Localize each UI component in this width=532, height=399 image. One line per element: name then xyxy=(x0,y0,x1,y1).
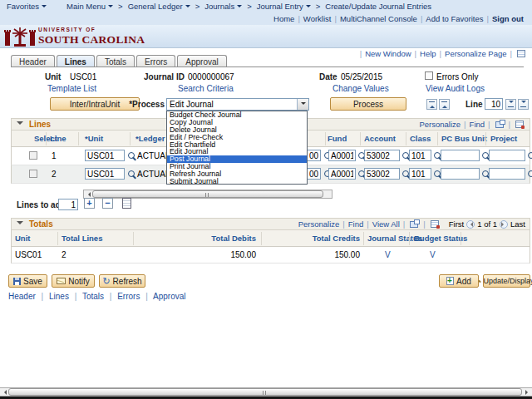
view-audit-logs-link[interactable]: View Audit Logs xyxy=(426,84,485,93)
change-values-link[interactable]: Change Values xyxy=(332,84,389,93)
fund-input[interactable] xyxy=(328,168,356,180)
scroll-left-icon[interactable] xyxy=(84,190,92,198)
zoom-grid-icon[interactable] xyxy=(495,121,504,128)
tab-totals[interactable]: Totals xyxy=(96,55,135,67)
lines-to-add-input[interactable] xyxy=(58,199,78,210)
last-label[interactable]: Last xyxy=(510,219,525,229)
project-lookup-icon[interactable] xyxy=(528,170,532,177)
row-select-checkbox[interactable] xyxy=(29,170,37,178)
find-link[interactable]: Find xyxy=(470,120,485,129)
bottom-of-list-icon[interactable] xyxy=(505,99,516,110)
first-label[interactable]: First xyxy=(449,219,464,229)
footer-lines-link[interactable]: Lines xyxy=(49,292,69,301)
personalize-page-link[interactable]: Personalize Page xyxy=(445,49,506,58)
line-number-input[interactable] xyxy=(485,98,503,110)
search-criteria-link[interactable]: Search Criteria xyxy=(178,84,234,93)
journal-status-link[interactable]: V xyxy=(385,250,391,259)
template-list-link[interactable]: Template List xyxy=(47,84,96,93)
help-link[interactable]: Help xyxy=(420,49,436,58)
add-button[interactable]: Add xyxy=(439,274,479,288)
add-to-favorites-link[interactable]: Add to Favorites xyxy=(426,14,483,23)
class-input[interactable] xyxy=(409,168,431,180)
find-link[interactable]: Find xyxy=(348,219,363,229)
notify-button[interactable]: Notify xyxy=(52,274,95,288)
project-input[interactable] xyxy=(489,150,525,161)
project-input[interactable] xyxy=(489,168,525,180)
dropdown-arrow-icon[interactable] xyxy=(297,99,308,110)
home-link[interactable]: Home xyxy=(273,14,294,23)
scroll-right-icon[interactable] xyxy=(524,388,532,396)
tab-divider xyxy=(11,66,524,67)
fund-input[interactable] xyxy=(328,150,356,161)
add-row-button[interactable]: + xyxy=(84,198,95,209)
download-to-excel-icon[interactable] xyxy=(431,220,439,228)
unit-input[interactable] xyxy=(85,168,125,180)
pc-bus-unit-input[interactable] xyxy=(441,168,480,180)
tab-header[interactable]: Header xyxy=(11,55,55,67)
multichannel-console-link[interactable]: MultiChannel Console xyxy=(340,14,417,23)
process-dropdown[interactable]: Edit Journal xyxy=(166,98,309,111)
account-lookup-icon[interactable] xyxy=(402,152,409,159)
scrollbar-thumb[interactable] xyxy=(92,190,323,198)
footer-approval-link[interactable]: Approval xyxy=(153,292,185,301)
top-of-list-icon[interactable] xyxy=(439,99,450,110)
breadcrumb-general-ledger[interactable]: General Ledger xyxy=(128,2,183,11)
add-document-icon xyxy=(446,277,454,285)
breadcrumb: Favorites Main Menu > General Ledger > J… xyxy=(0,0,532,12)
delete-row-button[interactable]: − xyxy=(102,198,113,209)
html-access-icon[interactable] xyxy=(517,50,525,57)
pc-bus-unit-lookup-icon[interactable] xyxy=(482,170,489,177)
class-lookup-icon[interactable] xyxy=(434,170,441,177)
account-input[interactable] xyxy=(364,168,400,180)
account-lookup-icon[interactable] xyxy=(402,170,409,177)
pc-bus-unit-lookup-icon[interactable] xyxy=(482,152,489,159)
refresh-button[interactable]: ↻Refresh xyxy=(99,274,145,288)
bottom-of-list-icon[interactable] xyxy=(518,99,529,110)
breadcrumb-journal-entry[interactable]: Journal Entry xyxy=(257,2,303,11)
scrollbar-thumb[interactable] xyxy=(8,388,522,396)
next-page-icon[interactable] xyxy=(500,220,508,229)
process-button[interactable]: Process xyxy=(330,97,406,111)
personalize-link[interactable]: Personalize xyxy=(419,120,461,129)
unit-lookup-icon[interactable] xyxy=(128,152,135,159)
personalize-link[interactable]: Personalize xyxy=(298,219,340,229)
footer-errors-link[interactable]: Errors xyxy=(117,292,140,301)
worklist-link[interactable]: Worklist xyxy=(303,14,332,23)
collapse-section-icon[interactable] xyxy=(17,221,23,228)
footer-header-link[interactable]: Header xyxy=(8,292,36,301)
account-input[interactable] xyxy=(364,150,400,161)
class-input[interactable] xyxy=(409,150,431,161)
dropdown-option[interactable]: Submit Journal xyxy=(167,178,307,185)
new-window-link[interactable]: New Window xyxy=(365,49,411,58)
scroll-left-icon[interactable] xyxy=(0,388,8,396)
update-display-button[interactable]: Update/Display xyxy=(483,274,530,288)
unit-lookup-icon[interactable] xyxy=(128,170,135,177)
main-menu[interactable]: Main Menu xyxy=(66,2,106,11)
sign-out-link[interactable]: Sign out xyxy=(492,14,524,23)
journal-copy-icon[interactable] xyxy=(122,198,131,209)
zoom-grid-icon[interactable] xyxy=(410,221,418,228)
project-lookup-icon[interactable] xyxy=(528,152,532,159)
top-of-list-icon[interactable] xyxy=(426,99,437,110)
view-all-link[interactable]: View All xyxy=(372,219,400,229)
tab-approval[interactable]: Approval xyxy=(177,55,226,67)
errors-only-checkbox[interactable] xyxy=(425,71,433,80)
pc-bus-unit-input[interactable] xyxy=(441,150,480,161)
favorites-menu[interactable]: Favorites xyxy=(7,2,39,11)
grid-horizontal-scrollbar[interactable] xyxy=(83,190,332,199)
previous-page-icon[interactable] xyxy=(466,220,475,229)
footer-totals-link[interactable]: Totals xyxy=(82,292,104,301)
breadcrumb-journals[interactable]: Journals xyxy=(204,2,234,11)
budget-status-link[interactable]: V xyxy=(430,250,436,259)
totals-lines-count: 2 xyxy=(62,250,66,259)
row-select-checkbox[interactable] xyxy=(29,151,37,160)
class-lookup-icon[interactable] xyxy=(434,152,441,159)
page-horizontal-scrollbar[interactable] xyxy=(0,387,532,397)
caret-down-icon xyxy=(306,5,311,10)
unit-input[interactable] xyxy=(85,150,125,161)
tab-lines[interactable]: Lines xyxy=(57,55,95,67)
save-button[interactable]: Save xyxy=(8,274,47,288)
tab-errors[interactable]: Errors xyxy=(136,55,175,67)
collapse-section-icon[interactable] xyxy=(17,121,23,128)
download-to-excel-icon[interactable] xyxy=(515,121,524,128)
